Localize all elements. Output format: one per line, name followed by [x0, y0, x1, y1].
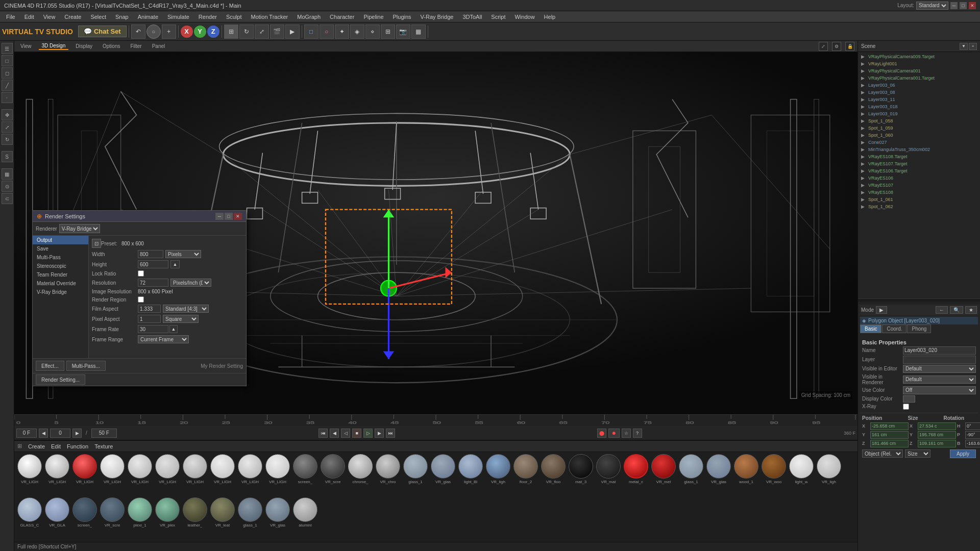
render-height-input[interactable] — [138, 260, 168, 268]
sidebar-loop-btn[interactable]: ⊂ — [2, 193, 13, 204]
move-btn[interactable]: ⊞ — [224, 24, 238, 39]
tree-item-cam009target[interactable]: ▶ VRayPhysicalCamera009.Target — [859, 53, 979, 60]
size-select[interactable]: Size — [905, 449, 930, 458]
prop-name-input[interactable] — [903, 346, 976, 355]
undo-btn[interactable]: ↶ — [131, 24, 145, 39]
mat-item-6[interactable]: VR_LIGH — [182, 454, 208, 484]
mat-item-21[interactable]: VR_mat — [595, 454, 622, 484]
vp-tab-display[interactable]: Display — [72, 43, 95, 49]
mat-item-20[interactable]: mat_3 — [568, 454, 594, 484]
tree-item-es106[interactable]: ▶ VRayES106 — [859, 174, 979, 182]
h-rot-input[interactable] — [965, 422, 980, 430]
mat-menu-texture[interactable]: Texture — [94, 443, 113, 449]
tree-item-layer018[interactable]: ▶ Layer003_018 — [859, 103, 979, 110]
render-sidebar-stereo[interactable]: Stereoscopic — [33, 262, 88, 270]
mat-menu-function[interactable]: Function — [67, 443, 88, 449]
mat-item-15[interactable]: VR_glas — [430, 454, 456, 484]
menu-vraybridge[interactable]: V-Ray Bridge — [416, 13, 458, 21]
tree-item-layer08[interactable]: ▶ Layer003_08 — [859, 89, 979, 96]
obj-ref-select[interactable]: Object (Rel. — [862, 449, 903, 458]
mat-item-27[interactable]: VR_woo — [761, 454, 787, 484]
sidebar-object-btn[interactable]: □ — [2, 55, 13, 66]
mat-item-39[interactable]: VR_glas — [264, 497, 291, 528]
mat-item-0[interactable]: VR_LIGH — [16, 454, 43, 484]
mat-item-10[interactable]: screen_ — [292, 454, 318, 484]
tree-item-vraylight001[interactable]: ▶ VRayLight001 — [859, 60, 979, 67]
vp-tab-panel[interactable]: Panel — [149, 43, 168, 49]
render-sidebar-matoverride[interactable]: Material Override — [33, 279, 88, 288]
vp-settings-btn[interactable]: ⚙ — [832, 42, 841, 51]
viewport[interactable]: Perspective — [14, 52, 857, 414]
vp-tab-options[interactable]: Options — [100, 43, 123, 49]
mat-item-vr-leather[interactable]: VR_leat — [209, 497, 236, 528]
renderer-select[interactable]: V-Ray Bridge — [59, 224, 100, 233]
menu-help[interactable]: Help — [540, 13, 560, 21]
sidebar-scale-btn[interactable]: ⤢ — [2, 121, 13, 133]
mat-item-leather[interactable]: leather_ — [182, 497, 208, 528]
tree-item-spot061[interactable]: ▶ Spot_1_061 — [859, 196, 979, 203]
menu-edit[interactable]: Edit — [20, 13, 38, 21]
menu-mograph[interactable]: MoGraph — [293, 13, 325, 21]
x-size-input[interactable] — [918, 422, 956, 430]
prop-tab-basic[interactable]: Basic — [860, 324, 881, 333]
tree-item-cam001[interactable]: ▶ VRayPhysicalCamera001 — [859, 67, 979, 74]
mat-item-16[interactable]: light_Bl — [457, 454, 484, 484]
y-axis-btn[interactable]: Y — [194, 26, 206, 38]
b-rot-input[interactable] — [965, 440, 980, 447]
tree-item-spot060[interactable]: ▶ Spot_1_060 — [859, 132, 979, 139]
mat-item-11[interactable]: VR_scre — [320, 454, 346, 484]
prop-xray-check[interactable] — [903, 404, 909, 410]
scene-filter-btn[interactable]: ▼ — [960, 43, 968, 50]
frame-step-down[interactable]: ◀ — [39, 429, 48, 438]
render-sidebar-save[interactable]: Save — [33, 244, 88, 253]
vp-expand-btn[interactable]: ⤢ — [819, 42, 828, 51]
menu-script[interactable]: Script — [487, 13, 509, 21]
mat-item-35[interactable]: VR_plex — [154, 497, 181, 528]
mat-item-5[interactable]: VR_LIGH — [154, 454, 181, 484]
key-btn[interactable]: ⬤ — [597, 429, 606, 438]
end-frame-input[interactable] — [91, 429, 117, 438]
mat-item-38[interactable]: glass_1 — [237, 497, 263, 528]
solo-btn[interactable]: ☆ — [622, 429, 631, 438]
rotate-btn[interactable]: ↻ — [239, 24, 254, 39]
mat-item-31[interactable]: VR_GLA — [44, 497, 70, 528]
mat-item-3[interactable]: VR_LIGH — [99, 454, 126, 484]
menu-view[interactable]: View — [39, 13, 60, 21]
vp-render-btn[interactable]: ▶ — [285, 24, 300, 39]
mat-item-33[interactable]: VR_scre — [99, 497, 126, 528]
render-filmaspect-input[interactable] — [138, 305, 161, 313]
scale-btn[interactable]: ⤢ — [255, 24, 269, 39]
render-dialog-minimize[interactable]: ─ — [215, 213, 224, 220]
mode-star-btn[interactable]: ★ — [965, 306, 977, 314]
mat-item-22[interactable]: metal_c — [623, 454, 649, 484]
minimize-btn[interactable]: ─ — [950, 2, 958, 9]
mat-item-8[interactable]: VR_LIGH — [237, 454, 263, 484]
frame-counter[interactable] — [50, 429, 70, 438]
menu-simulate[interactable]: Simulate — [163, 13, 193, 21]
camera-btn[interactable]: 📷 — [396, 24, 410, 39]
menu-sculpt[interactable]: Sculpt — [222, 13, 246, 21]
menu-snap[interactable]: Snap — [111, 13, 133, 21]
menu-pipeline[interactable]: Pipeline — [359, 13, 387, 21]
next-key-btn[interactable]: ▶ — [375, 429, 384, 438]
mat-item-1[interactable]: VR_LIGH — [44, 454, 70, 484]
mat-item-25[interactable]: VR_glas — [705, 454, 732, 484]
mat-item-13[interactable]: VR_chro — [375, 454, 401, 484]
tree-item-spot058[interactable]: ▶ Spot_1_058 — [859, 117, 979, 124]
vp-tab-3ddesign[interactable]: 3D Design — [39, 42, 69, 50]
goto-start-btn[interactable]: ⏮ — [318, 429, 328, 438]
render-setting-btn[interactable]: Render Setting... — [36, 374, 85, 385]
render-framerange-select[interactable]: Current Frame — [138, 335, 189, 343]
render-sidebar-vray[interactable]: V-Ray Bridge — [33, 288, 88, 296]
timeline-numbers[interactable]: 0 5 10 15 20 25 30 35 40 45 50 55 60 65 — [14, 415, 857, 426]
prop-layer-input[interactable] — [903, 356, 976, 364]
render-pixelaspect-select[interactable]: Square — [163, 315, 199, 323]
mat-item-7[interactable]: VR_LIGH — [209, 454, 236, 484]
tree-item-truss[interactable]: ▶ MinTriangulaTruss_350cm002 — [859, 146, 979, 153]
mode-arrow-btn[interactable]: ← — [936, 306, 948, 314]
add-btn[interactable]: + — [162, 24, 176, 39]
render-preset-icon[interactable]: ⊡ — [92, 239, 101, 248]
circle-btn[interactable]: ○ — [146, 24, 161, 39]
light-add-btn[interactable]: ✦ — [335, 24, 349, 39]
y-size-input[interactable] — [918, 431, 956, 439]
